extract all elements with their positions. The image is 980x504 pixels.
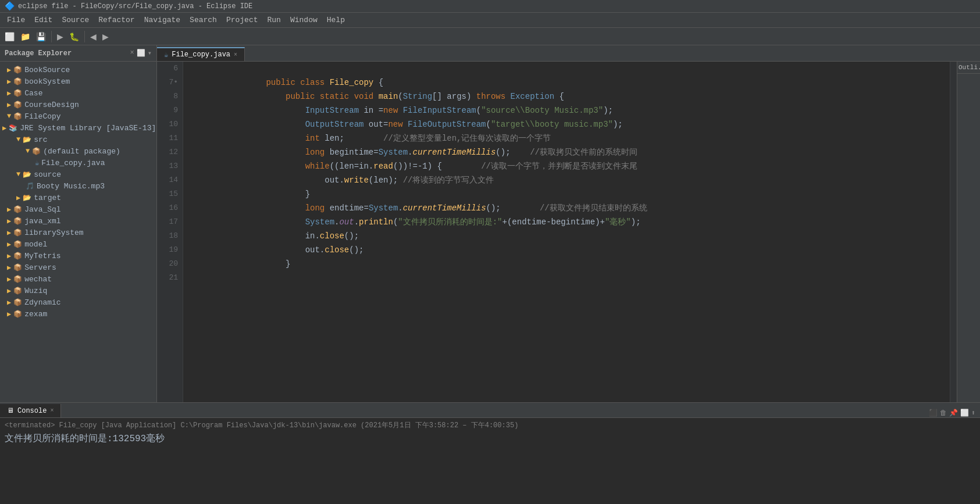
sidebar-item-label: source xyxy=(34,170,61,179)
token xyxy=(266,92,286,101)
sidebar-item-servers[interactable]: ▶ 📦 Servers xyxy=(0,262,156,273)
sidebar-item-label: Zdynamic xyxy=(24,298,60,307)
project-icon: 📦 xyxy=(13,112,22,121)
token xyxy=(266,217,305,227)
token: new xyxy=(388,120,408,129)
package-explorer-panel: Package Explorer × ⬜ ▾ ▶ 📦 BookSource xyxy=(0,45,157,402)
sidebar-item-wechat[interactable]: ▶ 📦 wechat xyxy=(0,273,156,285)
console-pin-icon[interactable]: 📌 xyxy=(949,409,958,417)
sidebar-item-jreLib[interactable]: ▶ 📚 JRE System Library [JavaSE-13] xyxy=(0,122,156,134)
sidebar-item-bootyMusic[interactable]: 🎵 Booty Music.mp3 xyxy=(0,180,156,192)
code-line-20 xyxy=(188,257,945,271)
token: println xyxy=(359,217,393,227)
token: args) xyxy=(447,92,476,101)
bottom-tabs: 🖥 Console × ⬛ 🗑 📌 ⬜ ⬆ xyxy=(0,403,980,418)
token: main xyxy=(379,92,398,101)
token xyxy=(266,287,270,296)
token: endtime= xyxy=(330,203,369,213)
toolbar-back[interactable]: ◀ xyxy=(88,31,99,42)
token: InputStream xyxy=(305,106,364,115)
project-icon: 📦 xyxy=(13,205,22,214)
token: { xyxy=(379,78,383,87)
toolbar-save[interactable]: 💾 xyxy=(34,31,48,42)
toolbar-debug[interactable]: 🐛 xyxy=(67,31,81,42)
line-num-13: 13 xyxy=(162,159,178,173)
toolbar-new[interactable]: ⬜ xyxy=(2,31,17,42)
menu-refactor[interactable]: Refactor xyxy=(94,15,139,26)
menu-help[interactable]: Help xyxy=(322,15,350,26)
code-editor[interactable]: 6 7• 8 9 10 11 12 13 14 15 16 17 xyxy=(157,62,950,402)
token: { xyxy=(560,92,564,101)
toolbar-run[interactable]: ▶ xyxy=(55,31,66,42)
sidebar-item-javaSql[interactable]: ▶ 📦 Java_Sql xyxy=(0,203,156,215)
menu-file[interactable]: File xyxy=(2,15,30,26)
sidebar-item-librarySystem[interactable]: ▶ 📦 librarySystem xyxy=(0,227,156,238)
token: "target\\booty music.mp3" xyxy=(491,120,613,129)
expand-icon: ▶ xyxy=(7,275,11,284)
menu-navigate[interactable]: Navigate xyxy=(140,15,185,26)
title-text: eclipse file - FileCopy/src/File_copy.ja… xyxy=(18,2,252,10)
project-icon: 📦 xyxy=(13,263,22,272)
sidebar-item-label: bookSystem xyxy=(24,77,70,86)
token: System xyxy=(379,148,408,157)
sidebar-minimize-icon[interactable]: ⬜ xyxy=(137,49,145,58)
token: } xyxy=(266,259,290,269)
sidebar-item-defaultPkg[interactable]: ▼ 📦 (default package) xyxy=(0,145,156,157)
token: ())!=-1) { xyxy=(393,162,481,171)
menu-project[interactable]: Project xyxy=(222,15,263,26)
expand-icon: ▶ xyxy=(7,101,11,109)
bottom-panel: 🖥 Console × ⬛ 🗑 📌 ⬜ ⬆ <terminated> File_… xyxy=(0,402,980,504)
sidebar-item-bookSource[interactable]: ▶ 📦 BookSource xyxy=(0,64,156,76)
toolbar-forward[interactable]: ▶ xyxy=(100,31,111,42)
toolbar-open[interactable]: 📁 xyxy=(18,31,33,42)
sidebar-item-bookSystem[interactable]: ▶ 📦 bookSystem xyxy=(0,76,156,87)
console-tab-close[interactable]: × xyxy=(50,408,54,414)
sidebar-item-zexam[interactable]: ▶ 📦 zexam xyxy=(0,308,156,320)
console-icon: 🖥 xyxy=(7,406,14,415)
token xyxy=(266,120,305,129)
tab-close-icon[interactable]: × xyxy=(234,52,237,58)
token: (); xyxy=(344,231,359,241)
sidebar-item-src[interactable]: ▼ 📂 src xyxy=(0,134,156,145)
code-line-6: public class File_copy { xyxy=(188,62,945,76)
sidebar-menu-icon[interactable]: ▾ xyxy=(148,49,152,58)
menu-source[interactable]: Source xyxy=(57,15,94,26)
sidebar-item-fileCopyJava[interactable]: ☕ File_copy.java xyxy=(0,157,156,169)
sidebar-item-case[interactable]: ▶ 📦 Case xyxy=(0,87,156,99)
line-num-9: 9 xyxy=(162,103,178,117)
sidebar-item-wuziq[interactable]: ▶ 📦 Wuziq xyxy=(0,285,156,296)
sidebar-item-fileCopy[interactable]: ▼ 📦 FileCopy xyxy=(0,110,156,122)
title-bar: 🔷 eclipse file - FileCopy/src/File_copy.… xyxy=(0,0,980,13)
sidebar-item-label: librarySystem xyxy=(24,228,83,237)
sidebar-item-courseDesign[interactable]: ▶ 📦 CourseDesign xyxy=(0,99,156,110)
editor-tab-file-copy[interactable]: ☕ File_copy.java × xyxy=(157,47,245,61)
console-minimize-icon[interactable]: ⬜ xyxy=(960,409,969,417)
sidebar-item-myTetris[interactable]: ▶ 📦 MyTetris xyxy=(0,250,156,262)
stop-icon[interactable]: ⬛ xyxy=(929,409,938,417)
menu-run[interactable]: Run xyxy=(263,15,286,26)
line-num-19: 19 xyxy=(162,243,178,257)
sidebar-item-zdynamic[interactable]: ▶ 📦 Zdynamic xyxy=(0,296,156,308)
token: close xyxy=(320,231,344,241)
token xyxy=(266,106,305,115)
expand-icon: ▶ xyxy=(7,287,11,295)
sidebar-item-model[interactable]: ▶ 📦 model xyxy=(0,238,156,250)
folder-icon: 📂 xyxy=(23,135,31,144)
line-num-17: 17 xyxy=(162,215,178,229)
token: OutputStream xyxy=(305,120,369,129)
sidebar-item-javaXml[interactable]: ▶ 📦 java_xml xyxy=(0,215,156,227)
clear-icon[interactable]: 🗑 xyxy=(940,409,947,417)
token: +(endtime-begintime)+ xyxy=(503,217,605,227)
sidebar-item-source[interactable]: ▼ 📂 source xyxy=(0,169,156,180)
sidebar-close-icon[interactable]: × xyxy=(130,49,134,58)
token: //将读到的字节写入文件 xyxy=(403,176,494,185)
sidebar-item-target[interactable]: ▶ 📂 target xyxy=(0,192,156,203)
token: File_copy xyxy=(330,78,379,87)
token: out. xyxy=(266,245,325,255)
menu-search[interactable]: Search xyxy=(185,15,222,26)
console-maximize-icon[interactable]: ⬆ xyxy=(971,409,975,417)
console-tab[interactable]: 🖥 Console × xyxy=(0,404,61,417)
menu-edit[interactable]: Edit xyxy=(30,15,57,26)
token: "source\\Booty Music.mp3" xyxy=(481,106,603,115)
menu-window[interactable]: Window xyxy=(286,15,322,26)
